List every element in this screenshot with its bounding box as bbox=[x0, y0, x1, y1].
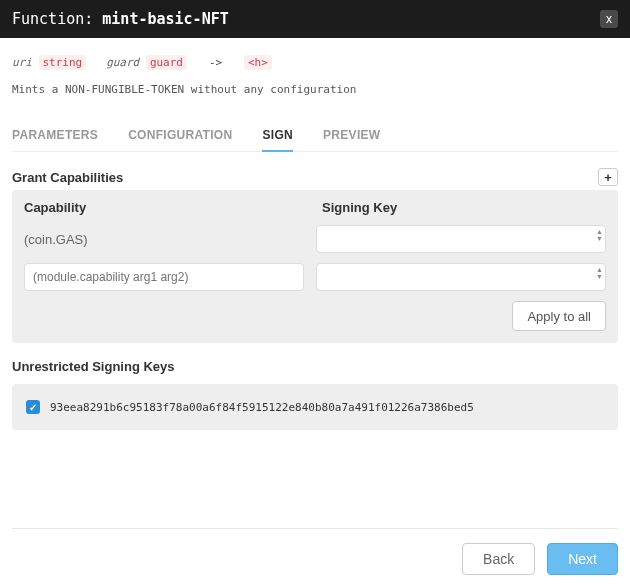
return-type: <h> bbox=[244, 55, 272, 70]
param-type: string bbox=[39, 55, 87, 70]
window-title: Function: mint-basic-NFT bbox=[12, 10, 229, 28]
chevron-updown-icon: ▲▼ bbox=[596, 266, 603, 280]
plus-icon: + bbox=[604, 170, 612, 185]
capabilities-head: Capability Signing Key bbox=[24, 200, 606, 215]
signing-key-select-wrap: ▲▼ bbox=[316, 263, 606, 291]
tab-sign[interactable]: SIGN bbox=[262, 124, 293, 152]
unrestricted-keys-header: Unrestricted Signing Keys bbox=[12, 359, 618, 374]
back-button[interactable]: Back bbox=[462, 543, 535, 575]
chevron-updown-icon: ▲▼ bbox=[596, 228, 603, 242]
title-prefix: Function: bbox=[12, 10, 93, 28]
capabilities-box: Capability Signing Key (coin.GAS) ▲▼ ▲▼ … bbox=[12, 190, 618, 343]
capability-input[interactable] bbox=[24, 263, 304, 291]
function-description: Mints a NON-FUNGIBLE-TOKEN without any c… bbox=[12, 83, 618, 96]
param-name: uri bbox=[12, 56, 32, 69]
section-title: Unrestricted Signing Keys bbox=[12, 359, 175, 374]
tab-preview[interactable]: PREVIEW bbox=[323, 124, 380, 151]
capability-row: (coin.GAS) ▲▼ bbox=[24, 225, 606, 253]
signing-key-select[interactable]: ▲▼ bbox=[316, 263, 606, 291]
capability-name: (coin.GAS) bbox=[24, 232, 304, 247]
keys-box: ✓ 93eea8291b6c95183f78a00a6f84f5915122e8… bbox=[12, 384, 618, 430]
key-value: 93eea8291b6c95183f78a00a6f84f5915122e840… bbox=[50, 401, 474, 414]
section-title: Grant Capabilities bbox=[12, 170, 123, 185]
close-icon: x bbox=[606, 12, 612, 26]
param-type: guard bbox=[146, 55, 187, 70]
tab-parameters[interactable]: PARAMETERS bbox=[12, 124, 98, 151]
function-signature: uri string guard guard -> <h> bbox=[12, 56, 618, 69]
close-button[interactable]: x bbox=[600, 10, 618, 28]
signing-key-select-wrap: ▲▼ bbox=[316, 225, 606, 253]
grant-capabilities-header: Grant Capabilities + bbox=[12, 168, 618, 186]
apply-row: Apply to all bbox=[24, 301, 606, 331]
content-area: uri string guard guard -> <h> Mints a NO… bbox=[0, 38, 630, 587]
titlebar: Function: mint-basic-NFT x bbox=[0, 0, 630, 38]
signing-key-select[interactable]: ▲▼ bbox=[316, 225, 606, 253]
arrow: -> bbox=[209, 56, 222, 69]
add-capability-button[interactable]: + bbox=[598, 168, 618, 186]
param-name: guard bbox=[106, 56, 139, 69]
footer: Back Next bbox=[12, 528, 618, 575]
function-name: mint-basic-NFT bbox=[102, 10, 228, 28]
key-row: ✓ 93eea8291b6c95183f78a00a6f84f5915122e8… bbox=[26, 400, 604, 414]
capability-row-new: ▲▼ bbox=[24, 263, 606, 291]
key-checkbox[interactable]: ✓ bbox=[26, 400, 40, 414]
tabs: PARAMETERS CONFIGURATION SIGN PREVIEW bbox=[12, 124, 618, 152]
tab-configuration[interactable]: CONFIGURATION bbox=[128, 124, 232, 151]
col-capability: Capability bbox=[24, 200, 304, 215]
apply-to-all-button[interactable]: Apply to all bbox=[512, 301, 606, 331]
col-signing-key: Signing Key bbox=[322, 200, 606, 215]
next-button[interactable]: Next bbox=[547, 543, 618, 575]
